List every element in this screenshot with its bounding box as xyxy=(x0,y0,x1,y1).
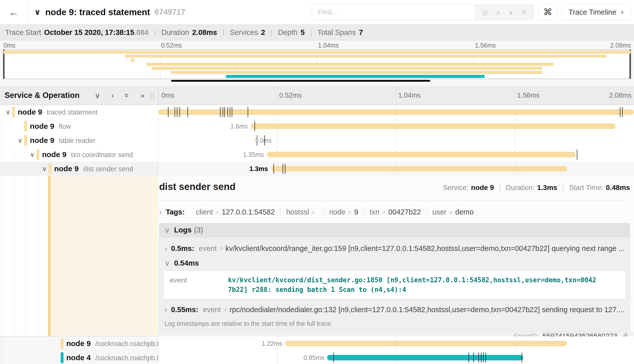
duration-label: 1.6ms xyxy=(230,119,248,133)
log-tick xyxy=(223,107,223,117)
logs-footer-note: Log timestamps are relative to the start… xyxy=(159,317,630,332)
prev-result-icon[interactable]: ∧ xyxy=(496,8,501,16)
log-tick xyxy=(224,107,225,117)
minimap-scrubber-right[interactable] xyxy=(629,50,631,79)
next-result-icon[interactable]: ∨ xyxy=(508,8,514,16)
ruler-tick: 2.08ms xyxy=(609,86,631,105)
logs-section: ∨ Logs (3) › 0.5ms: event = kv/kvclient/… xyxy=(159,223,630,332)
log-tick xyxy=(469,353,469,363)
total-spans-value: 7 xyxy=(359,28,363,37)
trace-minimap: 0ms 0.52ms 1.04ms 1.56ms 2.08ms xyxy=(0,40,634,86)
service-name: node 9 xyxy=(30,125,54,130)
duration-value: 2.08ms xyxy=(192,28,217,37)
span-bar[interactable] xyxy=(327,355,523,360)
span-bar-track[interactable]: 0.85ms xyxy=(158,351,634,364)
span-bar-track[interactable] xyxy=(158,105,634,119)
span-row-table-reader[interactable]: ∨ node 9table reader 0ms xyxy=(0,133,634,147)
trace-view-selector[interactable]: Trace Timeline ∨ xyxy=(562,4,631,20)
log-tick xyxy=(481,353,481,363)
service-name: node 9 xyxy=(66,342,91,347)
chevron-down-icon[interactable]: ∨ xyxy=(18,133,23,147)
minimap-span xyxy=(226,75,484,78)
collapse-all-icon[interactable]: » xyxy=(123,93,131,98)
span-row-traced-statement[interactable]: ∨ node 9traced statement xyxy=(0,105,634,119)
span-bar[interactable] xyxy=(271,166,567,172)
timeline-ruler: 0ms 0.52ms 1.04ms 1.56ms 2.08ms xyxy=(158,86,634,105)
log-tick xyxy=(620,107,620,117)
service-color-bar xyxy=(24,121,27,132)
log-entry-2-header[interactable]: ∨ 0.54ms xyxy=(159,256,630,270)
log-tick xyxy=(264,135,265,145)
detail-indent-gutter xyxy=(0,176,151,336)
back-arrow-icon: ← xyxy=(9,7,19,18)
span-bar-track[interactable]: 1.22ms xyxy=(158,336,634,351)
column-resizer-grip[interactable]: || xyxy=(150,92,158,99)
service-name: node 9 xyxy=(30,139,54,144)
minimap-tick: 1.04ms xyxy=(318,42,339,49)
span-row-dist-sender-send[interactable]: ∨ node 9dist sender send 1.3ms xyxy=(0,162,634,176)
log-tick xyxy=(248,107,248,117)
operation-name: traced statement xyxy=(47,111,98,115)
logs-header[interactable]: ∨ Logs (3) xyxy=(159,223,630,237)
service-color-bar xyxy=(49,163,51,174)
duration-label: 1.3ms xyxy=(249,162,268,176)
log-tick xyxy=(483,353,484,363)
services-label: Services xyxy=(230,28,258,37)
page-title: node 9: traced statement xyxy=(45,7,150,17)
span-bar-track[interactable]: 1.6ms xyxy=(158,119,634,133)
service-operation-header: Service & Operation ∨ › » » || xyxy=(0,86,158,105)
top-controls: ◎ ∧ ∨ ✕ ⌘ Trace Timeline ∨ xyxy=(312,0,634,24)
depth-label: Depth xyxy=(278,28,298,37)
title-caret-icon[interactable]: ∨ xyxy=(34,7,41,17)
span-bar-track[interactable]: 1.35ms xyxy=(158,147,634,162)
log-entry-3[interactable]: › 0.55ms: event = rpc/nodedialer/nodedia… xyxy=(159,302,630,317)
duration-label: 0.85ms xyxy=(303,351,324,364)
minimap-span xyxy=(125,55,606,58)
span-bar[interactable] xyxy=(285,341,567,346)
span-row-cockroach-node9[interactable]: node 9/cockroach.roachpb.I... 1.22ms xyxy=(0,336,634,351)
expand-one-icon[interactable]: › xyxy=(111,91,114,100)
log-tick xyxy=(179,107,180,117)
expand-all-icon[interactable]: » xyxy=(140,91,145,100)
chevron-down-icon[interactable]: ∨ xyxy=(42,162,47,176)
span-row-flow[interactable]: node 9flow 1.6ms xyxy=(0,119,634,133)
span-bar-track[interactable]: 0ms xyxy=(158,133,634,147)
minimap-scrubber-left[interactable] xyxy=(3,50,5,79)
back-button[interactable]: ← xyxy=(0,0,28,24)
log-tick xyxy=(622,107,623,117)
locate-icon[interactable]: ◎ xyxy=(482,8,488,16)
service-name: node 9 xyxy=(54,168,79,172)
search-input[interactable] xyxy=(312,5,475,20)
trace-start-ms: .084 xyxy=(134,28,149,37)
span-row-cockroach-node4[interactable]: node 4/cockroach.roachpb.I... 0.85ms xyxy=(0,351,634,364)
service-color-bar xyxy=(61,352,64,363)
log-entry-1[interactable]: › 0.5ms: event = kv/kvclient/kvcoord/ran… xyxy=(159,241,630,256)
log-tick xyxy=(522,353,522,363)
span-row-txn-coordinator-send[interactable]: ∨ node 9txn coordinator send 1.35ms xyxy=(0,147,634,162)
log-tick xyxy=(255,121,255,131)
tags-row[interactable]: › Tags: client=127.0.0.1:54582 hostssl= … xyxy=(159,205,630,219)
find-suffix: ◎ ∧ ∨ ✕ xyxy=(475,5,534,20)
minimap-canvas[interactable] xyxy=(3,50,631,79)
top-bar: ← ∨ node 9: traced statement 6749717 ◎ ∧… xyxy=(0,0,634,25)
duration-label: 1.22ms xyxy=(262,336,282,351)
log-tick xyxy=(227,107,228,117)
span-bar-track[interactable]: 1.3ms xyxy=(158,162,634,176)
collapse-one-icon[interactable]: ∨ xyxy=(95,91,100,100)
chevron-down-icon[interactable]: ∨ xyxy=(6,105,10,119)
minimap-tick: 0ms xyxy=(4,42,15,49)
minimap-scroll-indicator[interactable] xyxy=(171,80,430,82)
span-rows-top: ∨ node 9traced statement node 9flow 1.6m… xyxy=(0,105,634,176)
span-bar[interactable] xyxy=(255,138,256,143)
trace-summary-bar: Trace Start October 15 2020, 17:38:15 .0… xyxy=(0,25,634,40)
chevron-down-icon[interactable]: ∨ xyxy=(30,147,35,162)
span-bar[interactable] xyxy=(267,152,576,157)
clear-search-icon[interactable]: ✕ xyxy=(521,8,527,16)
keyboard-shortcuts-button[interactable]: ⌘ xyxy=(538,4,557,20)
log-tick xyxy=(478,353,479,363)
trace-page: ← ∨ node 9: traced statement 6749717 ◎ ∧… xyxy=(0,0,634,364)
service-color-bar xyxy=(24,135,27,146)
span-bar[interactable] xyxy=(251,123,616,129)
span-detail-title: dist sender send xyxy=(159,181,236,192)
selected-span-children-band xyxy=(51,176,158,336)
